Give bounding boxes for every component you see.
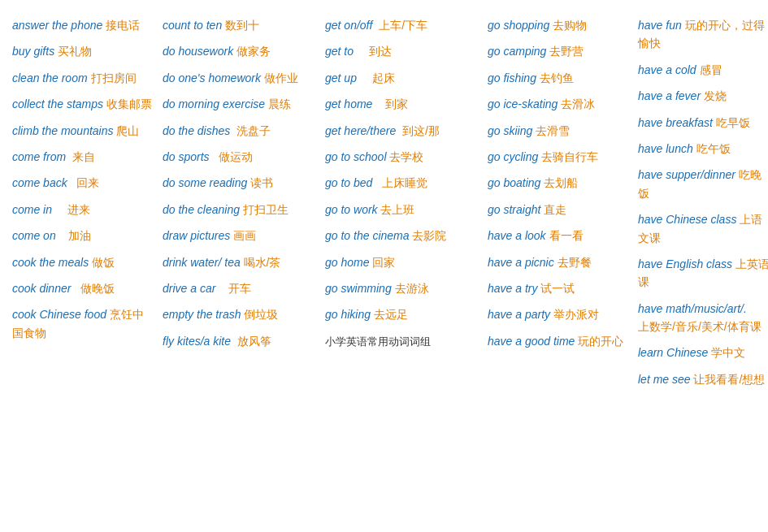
- phrase-do-housework: do housework 做家务: [163, 42, 317, 60]
- phrase-buy-gifts: buy gifts 买礼物: [12, 42, 154, 60]
- phrase-have-fever: have a fever 发烧: [638, 87, 768, 105]
- phrase-go-cycling: go cycling 去骑自行车: [488, 148, 630, 166]
- phrase-come-on: come on 加油: [12, 227, 154, 244]
- phrase-go-hiking: go hiking 去远足: [325, 305, 479, 323]
- phrase-collect-stamps: collect the stamps 收集邮票: [12, 95, 154, 113]
- phrase-have-party: have a party 举办派对: [488, 305, 630, 323]
- phrase-have-lunch: have lunch 吃午饭: [638, 140, 768, 158]
- phrase-do-homework: do one's homework 做作业: [163, 69, 317, 87]
- phrase-do-sports: do sports 做运动: [163, 148, 317, 166]
- phrase-empty-trash: empty the trash 倒垃圾: [163, 305, 317, 323]
- phrase-come-from: come from 来自: [12, 148, 154, 166]
- phrase-have-english-class: have English class 上英语课: [638, 255, 768, 292]
- phrase-do-dishes: do the dishes 洗盘子: [163, 122, 317, 140]
- phrase-get-on-off: get on/off 上车/下车: [325, 16, 479, 34]
- phrase-drive-car: drive a car 开车: [163, 279, 317, 297]
- phrase-have-a-look: have a look 看一看: [488, 227, 630, 244]
- phrase-get-up: get up 起床: [325, 69, 479, 87]
- phrase-do-morning-exercise: do morning exercise 晨练: [163, 95, 317, 113]
- phrase-count-ten: count to ten 数到十: [163, 16, 317, 34]
- phrase-cook-meals: cook the meals 做饭: [12, 253, 154, 271]
- phrase-answer-phone: answer the phone 接电话: [12, 16, 154, 34]
- phrase-have-try: have a try 试一试: [488, 279, 630, 297]
- phrase-have-picnic: have a picnic 去野餐: [488, 253, 630, 271]
- phrase-come-in: come in 进来: [12, 201, 154, 218]
- phrase-learn-chinese: learn Chinese 学中文: [638, 344, 768, 361]
- phrase-draw-pictures: draw pictures 画画: [163, 227, 317, 244]
- phrase-have-supper: have supper/dinner 吃晚饭: [638, 166, 768, 202]
- phrase-go-boating: go boating 去划船: [488, 174, 630, 192]
- phrase-cook-chinese-food: cook Chinese food 烹饪中国食物: [12, 305, 154, 342]
- phrase-go-swimming: go swimming 去游泳: [325, 279, 479, 297]
- phrase-go-camping: go camping 去野营: [488, 42, 630, 60]
- phrase-have-math-music: have math/music/art/. 上数学/音乐/美术/体育课: [638, 300, 768, 336]
- phrase-drink-water: drink water/ tea 喝水/茶: [163, 253, 317, 271]
- phrase-come-back: come back 回来: [12, 174, 154, 192]
- column-2: count to ten 数到十 do housework 做家务 do one…: [158, 16, 321, 358]
- phrase-climb-mountains: climb the mountains 爬山: [12, 122, 154, 140]
- phrase-get-here-there: get here/there 到这/那: [325, 122, 479, 140]
- phrase-go-to-bed: go to bed 上床睡觉: [325, 174, 479, 192]
- phrase-have-good-time: have a good time 玩的开心: [488, 332, 630, 350]
- phrase-go-cinema: go to the cinema 去影院: [325, 227, 479, 244]
- phrase-go-to-school: go to school 去学校: [325, 148, 479, 166]
- phrase-go-shopping: go shopping 去购物: [488, 16, 630, 34]
- phrase-title: 小学英语常用动词词组: [325, 332, 479, 351]
- phrase-have-breakfast: have breakfast 吃早饭: [638, 114, 768, 132]
- column-5: have fun 玩的开心，过得愉快 have a cold 感冒 have a…: [634, 16, 768, 396]
- phrase-get-to: get to 到达: [325, 42, 479, 60]
- phrase-have-cold: have a cold 感冒: [638, 61, 768, 79]
- phrase-go-skiing: go skiing 去滑雪: [488, 122, 630, 140]
- phrase-have-fun: have fun 玩的开心，过得愉快: [638, 16, 768, 53]
- phrase-clean-room: clean the room 打扫房间: [12, 69, 154, 87]
- phrase-go-home: go home 回家: [325, 253, 479, 271]
- phrase-do-cleaning: do the cleaning 打扫卫生: [163, 201, 317, 218]
- phrase-have-chinese-class: have Chinese class 上语文课: [638, 210, 768, 247]
- column-1: answer the phone 接电话 buy gifts 买礼物 clean…: [8, 16, 158, 350]
- column-3: get on/off 上车/下车 get to 到达 get up 起床 get…: [321, 16, 484, 358]
- phrase-go-ice-skating: go ice-skating 去滑冰: [488, 95, 630, 113]
- phrase-go-fishing: go fishing 去钓鱼: [488, 69, 630, 87]
- column-4: go shopping 去购物 go camping 去野营 go fishin…: [484, 16, 634, 358]
- phrase-go-to-work: go to work 去上班: [325, 201, 479, 218]
- phrase-do-reading: do some reading 读书: [163, 174, 317, 192]
- phrase-cook-dinner: cook dinner 做晚饭: [12, 279, 154, 297]
- phrase-fly-kites: fly kites/a kite 放风筝: [163, 332, 317, 350]
- phrase-let-me-see: let me see 让我看看/想想: [638, 370, 768, 388]
- phrase-go-straight: go straight 直走: [488, 201, 630, 218]
- phrase-get-home: get home 到家: [325, 95, 479, 113]
